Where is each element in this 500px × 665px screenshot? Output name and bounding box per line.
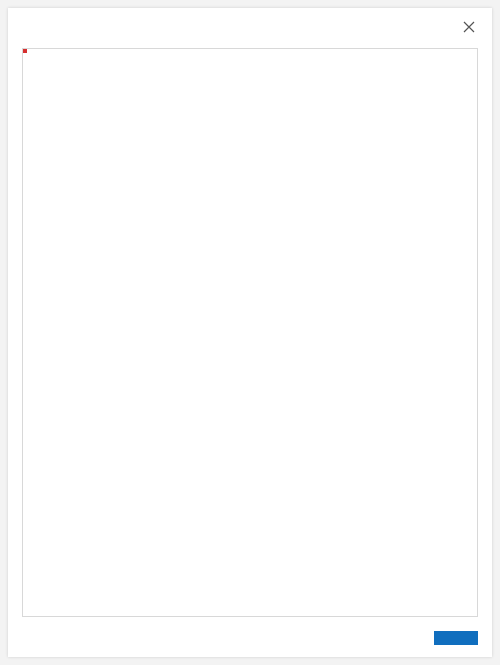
dialog-header: [8, 8, 492, 44]
code-viewer[interactable]: [22, 48, 478, 617]
close-button[interactable]: [434, 631, 478, 645]
manifest-dialog: [8, 8, 492, 657]
dialog-footer: [8, 621, 492, 657]
close-icon[interactable]: [460, 18, 478, 36]
